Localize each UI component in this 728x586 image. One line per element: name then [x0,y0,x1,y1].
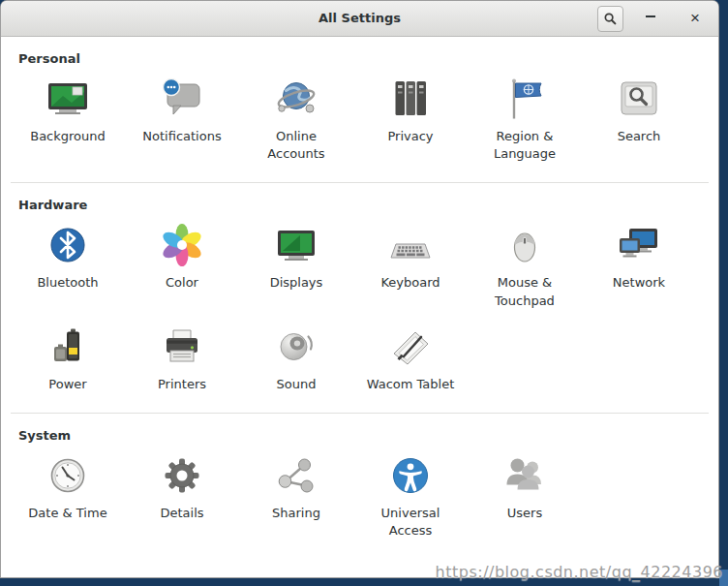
settings-item-label: Color [166,274,198,292]
settings-item-power[interactable]: Power [11,320,125,403]
section-header-hardware: Hardware [1,183,718,218]
settings-item-label: Sharing [272,505,320,522]
settings-item-color[interactable]: Color [125,218,239,301]
settings-item-label: Universal Access [381,505,440,540]
printers-icon [159,324,205,370]
settings-item-label: Search [618,128,661,145]
users-icon [501,452,548,499]
mouse-touchpad-icon [501,222,548,268]
minimize-icon [646,15,655,17]
online-accounts-icon [273,76,319,122]
settings-item-label: Printers [158,376,206,393]
settings-item-notifications[interactable]: Notifications [125,72,239,155]
settings-item-label: Details [160,505,203,522]
settings-item-network[interactable]: Network [582,218,696,301]
settings-item-label: Background [30,128,106,145]
settings-panel: PersonalBackgroundNotificationsOnline Ac… [1,37,718,578]
close-icon: × [690,1,700,36]
sharing-icon [273,452,319,499]
displays-icon [273,222,319,268]
settings-item-sharing[interactable]: Sharing [239,448,353,532]
date-time-icon [45,452,91,499]
settings-item-mouse-touchpad[interactable]: Mouse & Touchpad [468,218,582,319]
color-icon [159,222,205,268]
sound-icon [273,324,319,370]
settings-item-label: Network [613,274,665,292]
settings-item-label: Notifications [142,128,221,145]
universal-access-icon [387,452,434,499]
section-header-system: System [1,414,718,448]
settings-item-label: Bluetooth [37,274,98,292]
settings-item-search[interactable]: Search [582,72,696,155]
settings-item-displays[interactable]: Displays [239,218,353,301]
settings-item-bluetooth[interactable]: Bluetooth [11,218,125,301]
desktop-corner [719,570,728,586]
titlebar: All Settings × [1,1,718,37]
keyboard-icon [387,222,434,268]
settings-item-printers[interactable]: Printers [125,320,239,403]
search-icon [603,12,618,26]
settings-item-online-accounts[interactable]: Online Accounts [239,72,353,172]
section-header-personal: Personal [1,37,718,72]
settings-item-label: Displays [270,274,323,292]
settings-item-details[interactable]: Details [125,448,239,532]
settings-item-region-language[interactable]: Region & Language [468,72,582,172]
minimize-button[interactable] [637,1,664,36]
power-icon [45,324,91,370]
settings-item-label: Mouse & Touchpad [495,274,555,309]
privacy-icon [387,76,434,122]
settings-item-background[interactable]: Background [11,72,125,155]
settings-window: All Settings × PersonalBackgroundNotific… [0,0,719,578]
details-icon [159,452,205,499]
settings-item-label: Keyboard [380,274,440,292]
settings-item-label: Online Accounts [267,128,324,163]
section-grid: BackgroundNotificationsOnline AccountsPr… [11,72,700,172]
wacom-tablet-icon [387,324,434,370]
settings-item-label: Wacom Tablet [367,376,455,393]
settings-item-label: Region & Language [494,128,556,163]
section-grid: Date & TimeDetailsSharingUniversal Acces… [11,448,700,549]
settings-item-label: Date & Time [28,505,106,522]
settings-item-label: Privacy [387,128,433,145]
settings-item-universal-access[interactable]: Universal Access [353,448,468,549]
search-settings-icon [616,76,662,122]
background-icon [45,76,91,122]
settings-item-sound[interactable]: Sound [239,320,353,403]
settings-item-wacom-tablet[interactable]: Wacom Tablet [353,320,468,403]
settings-item-label: Users [507,505,542,522]
close-button[interactable]: × [682,1,709,36]
settings-item-label: Sound [277,376,317,393]
section-grid: BluetoothColorDisplaysKeyboardMouse & To… [11,218,700,403]
bluetooth-icon [45,222,91,268]
notifications-icon [159,76,205,122]
settings-item-users[interactable]: Users [468,448,582,532]
settings-item-keyboard[interactable]: Keyboard [353,218,468,301]
settings-item-label: Power [48,376,86,393]
network-icon [616,222,662,268]
settings-item-privacy[interactable]: Privacy [353,72,468,155]
search-button[interactable] [597,6,623,32]
region-language-icon [501,76,548,122]
settings-item-date-time[interactable]: Date & Time [11,448,125,532]
